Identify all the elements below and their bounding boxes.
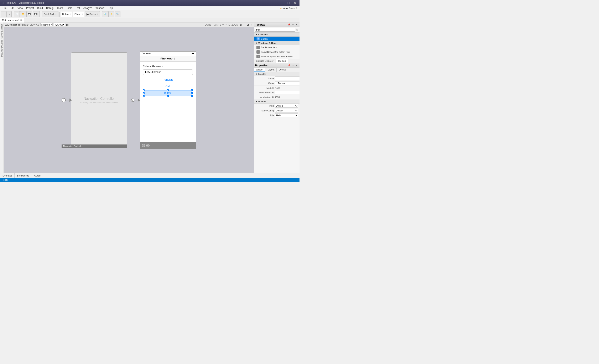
toolbox-item-fixed-space[interactable]: |↔| Fixed Space Bar Button Item [254, 50, 300, 54]
menu-file[interactable]: File [1, 6, 8, 10]
battery-icon: ■■ [192, 52, 194, 55]
title-label: Title [255, 114, 274, 117]
prop-section-identity[interactable]: ▼ Identity [254, 72, 300, 76]
sidebar-document-outline[interactable]: Document Outline [0, 39, 3, 58]
save-all-button[interactable]: 💾+ [33, 11, 40, 17]
properties-dropdown-btn[interactable]: ▾ [291, 64, 294, 67]
play-button[interactable]: ▶ Device ▾ [85, 11, 100, 17]
inspect-btn[interactable]: 🔍 [115, 11, 120, 17]
prop-section-button[interactable]: ▼ Button [254, 100, 300, 104]
toolbox-dropdown-btn[interactable]: ▾ [291, 23, 294, 26]
toolbox-pin-btn[interactable]: 📌 [287, 23, 291, 26]
prop-tab-layout[interactable]: Layout [265, 68, 277, 72]
nav-controller-wrapper: ⊙ Navigation Controller Ctrl+drag from h… [62, 52, 127, 148]
toolbox-item-flexible-space[interactable]: ↔ Flexible Space Bar Button Item [254, 54, 300, 59]
new-project-button[interactable]: 📄 [14, 11, 20, 17]
nav-controller-frame[interactable]: Navigation Controller Ctrl+drag from her… [71, 52, 127, 148]
batch-build-button[interactable]: Batch Build... [42, 11, 58, 17]
call-button[interactable]: Call [143, 85, 193, 88]
type-select[interactable]: System [275, 104, 298, 108]
menu-tools[interactable]: Tools [65, 6, 74, 10]
menu-project[interactable]: Project [25, 6, 35, 10]
vs-icon: ⬡ [2, 1, 4, 5]
tab-breakpoints[interactable]: Breakpoints [15, 173, 32, 178]
save-button[interactable]: 💾 [26, 11, 32, 17]
minimize-button[interactable]: ─ [280, 0, 285, 6]
undo-button[interactable]: ← [1, 11, 6, 17]
prop-row-localization-id: Localization ID 1053 [254, 95, 300, 100]
sidebar-server-explorer[interactable]: Server Explorer [0, 23, 3, 39]
title-select[interactable]: Plain [275, 113, 298, 117]
tab-main-storyboard[interactable]: Main.storyboard* ✕ [0, 18, 24, 22]
properties-pin-btn[interactable]: 📌 [287, 64, 291, 67]
toolbox-section-controls-header[interactable]: ▼ Controls [254, 33, 300, 37]
constraint-btn-2[interactable]: ↔ [225, 23, 228, 26]
toolbox-section-windows-header[interactable]: ▼ Windows & Bars [254, 41, 300, 45]
redo-button[interactable]: → [7, 11, 12, 17]
state-config-select[interactable]: Default [275, 109, 298, 113]
name-input[interactable] [275, 77, 300, 80]
handle-bottom-right[interactable] [191, 95, 193, 97]
debug-dropdown[interactable]: Debug ▾ [61, 11, 72, 17]
iphone-dropdown[interactable]: iPhone ▾ [73, 11, 84, 17]
translate-button[interactable]: Translate [143, 78, 193, 81]
zoom-extra-btn[interactable]: ⋮ [250, 23, 253, 26]
tab-toolbox[interactable]: Toolbox [276, 59, 288, 63]
zoom-options-btn[interactable]: ⊡ [247, 23, 249, 26]
handle-top-right[interactable] [191, 89, 193, 91]
toolbox-item-bar-button[interactable]: — Bar Button Item [254, 45, 300, 50]
properties-close-btn[interactable]: ✕ [295, 64, 298, 67]
open-button[interactable]: 📂 [20, 11, 26, 17]
phone-status-bar: Carrier ▸▸▸ ■■ [140, 52, 196, 56]
profiler-btn[interactable]: ⚡ [108, 11, 114, 17]
prop-tabs: Widget Layout Events [254, 68, 300, 72]
toolbox-close-btn[interactable]: ✕ [295, 23, 298, 26]
handle-top-left[interactable] [143, 89, 145, 91]
module-value: None [275, 87, 298, 89]
menu-edit[interactable]: Edit [8, 6, 16, 10]
prop-tab-events[interactable]: Events [277, 68, 288, 72]
menu-window[interactable]: Window [94, 6, 106, 10]
zoom-fit-btn[interactable]: ⊞ [240, 23, 242, 26]
h-regular-label: H:Regular [18, 24, 28, 26]
iphone6-dropdown[interactable]: iPhone 6 ▾ [40, 23, 53, 26]
canvas-area[interactable]: W:Compact H:Regular VIEW AS iPhone 6 ▾ i… [4, 22, 254, 173]
phone-screen[interactable]: Carrier ▸▸▸ ■■ Phoneword Enter a Phonewo… [140, 51, 196, 149]
tab-close-icon[interactable]: ✕ [20, 19, 22, 21]
toolbox-item-button[interactable]: B Button [254, 37, 300, 41]
phone-screen-wrapper: Carrier ▸▸▸ ■■ Phoneword Enter a Phonewo… [140, 51, 196, 149]
handle-top-center[interactable] [167, 89, 169, 91]
button-label: Button [261, 38, 268, 40]
prop-tab-widget[interactable]: Widget [254, 68, 265, 72]
constraint-btn-1[interactable]: + [222, 23, 224, 26]
menu-debug[interactable]: Debug [44, 6, 55, 10]
menu-analyze[interactable]: Analyze [82, 6, 94, 10]
toolbox-search-clear[interactable]: ✕ [296, 28, 298, 31]
handle-bottom-center[interactable] [167, 95, 169, 97]
handle-right[interactable] [191, 92, 193, 94]
menu-test[interactable]: Test [74, 6, 82, 10]
tablet-icon[interactable]: ⊞ [66, 23, 69, 26]
zoom-out-btn[interactable]: — [243, 23, 246, 26]
handle-bottom-left[interactable] [143, 95, 145, 97]
tab-output[interactable]: Output [32, 173, 44, 178]
toolbox-search-input[interactable] [255, 28, 295, 32]
phoneword-input[interactable] [143, 69, 193, 75]
handle-left[interactable] [143, 92, 145, 94]
tab-solution-explorer[interactable]: Solution Explorer [254, 59, 276, 63]
restore-button[interactable]: ❐ [286, 0, 291, 6]
tab-error-list[interactable]: Error List [0, 173, 15, 178]
properties-controls: 📌 ▾ ✕ [287, 64, 298, 67]
constraint-btn-3[interactable]: □ [229, 23, 230, 26]
close-button[interactable]: ✕ [292, 0, 298, 6]
menu-team[interactable]: Team [55, 6, 64, 10]
button-section-collapse-icon: ▼ [255, 100, 257, 103]
menu-view[interactable]: View [16, 6, 25, 10]
iphone6-label: iPhone 6 [41, 24, 50, 26]
class-input[interactable] [275, 81, 300, 85]
menu-help[interactable]: Help [106, 6, 115, 10]
restoration-id-input[interactable] [275, 91, 300, 94]
diagnostics-btn[interactable]: 📊 [102, 11, 108, 17]
menu-build[interactable]: Build [35, 6, 44, 10]
ios-dropdown[interactable]: iOS 9.2 ▾ [54, 23, 65, 26]
